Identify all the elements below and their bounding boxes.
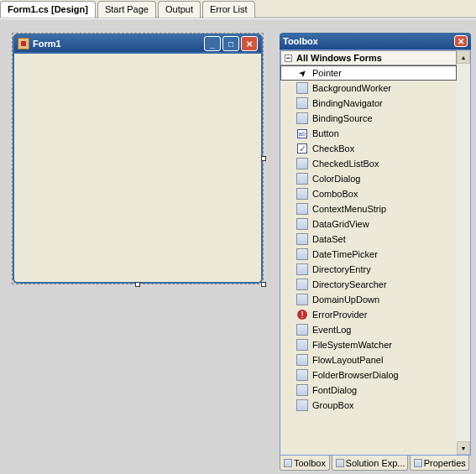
toolbox-titlebar[interactable]: Toolbox ✕ bbox=[280, 33, 471, 49]
checkedlistbox-icon bbox=[296, 157, 309, 170]
minimize-button[interactable]: _ bbox=[204, 36, 221, 51]
contextmenustrip-icon bbox=[296, 202, 309, 216]
colordialog-icon bbox=[296, 172, 309, 185]
eventlog-icon bbox=[296, 323, 309, 336]
panel-tab-label: Toolbox bbox=[294, 458, 326, 468]
solution-explorer-icon bbox=[336, 458, 344, 468]
bindingsource-icon bbox=[296, 112, 309, 125]
form-icon bbox=[18, 38, 29, 49]
backgroundworker-icon bbox=[296, 81, 309, 95]
document-tab[interactable]: Form1.cs [Design] bbox=[0, 1, 96, 18]
toolbox-item[interactable]: FileSystemWatcher bbox=[280, 337, 457, 352]
dataset-icon bbox=[296, 232, 309, 246]
toolbox-scrollbar[interactable]: ▴ ▾ bbox=[457, 50, 470, 455]
toolbox-item[interactable]: FlowLayoutPanel bbox=[280, 352, 457, 367]
scroll-down-icon[interactable]: ▾ bbox=[457, 441, 470, 455]
toolbox-item-label: ColorDialog bbox=[312, 174, 360, 184]
panel-tab-label: Solution Exp... bbox=[346, 458, 405, 468]
toolbox-item[interactable]: GroupBox bbox=[280, 398, 457, 413]
toolbox-item[interactable]: CheckedListBox bbox=[280, 156, 457, 171]
panel-tab[interactable]: Toolbox bbox=[280, 456, 330, 471]
panel-tab[interactable]: Properties bbox=[410, 456, 469, 471]
properties-icon bbox=[414, 458, 422, 468]
toolbox-item-label: DataSet bbox=[312, 234, 346, 244]
toolbox-item-label: DateTimePicker bbox=[312, 249, 378, 259]
toolbox-item-label: FolderBrowserDialog bbox=[312, 370, 399, 380]
toolbox-item[interactable]: EventLog bbox=[280, 322, 457, 337]
scroll-track[interactable] bbox=[457, 64, 470, 441]
datagridview-icon bbox=[296, 217, 309, 231]
toolbox-category[interactable]: − All Windows Forms bbox=[280, 50, 457, 65]
toolbox-item[interactable]: BindingNavigator bbox=[280, 96, 457, 111]
resize-handle-right[interactable] bbox=[261, 156, 266, 161]
resize-handle-bottom[interactable] bbox=[135, 282, 140, 287]
maximize-button[interactable]: □ bbox=[222, 36, 239, 51]
toolbox-item-label: EventLog bbox=[312, 325, 351, 335]
toolbox-item-label: FlowLayoutPanel bbox=[312, 355, 383, 365]
toolbox-item-label: FontDialog bbox=[312, 385, 357, 395]
form-designer[interactable]: Form1 _ □ ✕ bbox=[12, 33, 264, 284]
toolbox-item[interactable]: ComboBox bbox=[280, 186, 457, 201]
directorysearcher-icon bbox=[296, 278, 309, 291]
document-tab[interactable]: Error List bbox=[202, 1, 255, 18]
toolbox-item[interactable]: DataGridView bbox=[280, 216, 457, 232]
toolbox-item-label: ErrorProvider bbox=[312, 310, 367, 320]
toolbox-item-label: BackgroundWorker bbox=[312, 83, 391, 93]
errorprovider-icon: ! bbox=[296, 308, 309, 321]
form-client-area[interactable] bbox=[13, 54, 263, 284]
toolbox-item[interactable]: DomainUpDown bbox=[280, 292, 457, 307]
toolbox-item-label: BindingSource bbox=[312, 113, 373, 123]
toolbox-item[interactable]: abButton bbox=[280, 126, 457, 141]
toolbox-item[interactable]: ✓CheckBox bbox=[280, 141, 457, 156]
toolbox-item-label: Button bbox=[312, 128, 339, 138]
pointer-icon: ➤ bbox=[293, 64, 312, 83]
scroll-up-icon[interactable]: ▴ bbox=[457, 50, 470, 64]
toolbox-item-label: Pointer bbox=[312, 68, 342, 78]
panel-tab-label: Properties bbox=[424, 458, 466, 468]
toolbox-close-icon[interactable]: ✕ bbox=[454, 35, 468, 47]
toolbox-item[interactable]: BindingSource bbox=[280, 111, 457, 126]
toolbox-item[interactable]: ContextMenuStrip bbox=[280, 201, 457, 216]
toolbox-item-label: CheckBox bbox=[312, 143, 354, 154]
close-button[interactable]: ✕ bbox=[241, 36, 258, 51]
collapse-icon[interactable]: − bbox=[285, 55, 292, 62]
datetimepicker-icon bbox=[296, 247, 309, 261]
combobox-icon bbox=[296, 187, 309, 201]
toolbox-item[interactable]: ColorDialog bbox=[280, 171, 457, 186]
toolbox-item[interactable]: FolderBrowserDialog bbox=[280, 367, 457, 383]
toolbox-item[interactable]: DataSet bbox=[280, 232, 457, 247]
directoryentry-icon bbox=[296, 263, 309, 276]
document-tab[interactable]: Output bbox=[158, 1, 201, 18]
toolbox-item-label: DirectorySearcher bbox=[312, 279, 387, 289]
panel-tab[interactable]: Solution Exp... bbox=[332, 456, 408, 471]
toolbox-panel: Toolbox ✕ − All Windows Forms ➤PointerBa… bbox=[280, 33, 471, 456]
groupbox-icon bbox=[296, 398, 309, 412]
toolbox-item[interactable]: DateTimePicker bbox=[280, 247, 457, 262]
fontdialog-icon bbox=[296, 383, 309, 397]
toolbox-item-label: CheckedListBox bbox=[312, 159, 379, 169]
toolbox-category-label: All Windows Forms bbox=[296, 53, 382, 63]
toolbox-item-label: FileSystemWatcher bbox=[312, 340, 392, 350]
form-titlebar[interactable]: Form1 _ □ ✕ bbox=[13, 34, 263, 54]
panel-tabs: ToolboxSolution Exp...Properties bbox=[280, 456, 471, 471]
toolbox-item[interactable]: DirectoryEntry bbox=[280, 262, 457, 277]
document-tab[interactable]: Start Page bbox=[97, 1, 156, 18]
button-icon: ab bbox=[296, 127, 309, 140]
toolbox-item[interactable]: DirectorySearcher bbox=[280, 277, 457, 292]
toolbox-item-label: DomainUpDown bbox=[312, 294, 379, 305]
toolbox-item[interactable]: ➤Pointer bbox=[280, 65, 457, 81]
form-title: Form1 bbox=[33, 39, 202, 49]
checkbox-icon: ✓ bbox=[296, 142, 309, 155]
toolbox-item-label: ContextMenuStrip bbox=[312, 204, 386, 214]
filesystemwatcher-icon bbox=[296, 338, 309, 352]
folderbrowserdialog-icon bbox=[296, 368, 309, 382]
design-surface: Form1 _ □ ✕ Toolbox ✕ − All Windows Form… bbox=[0, 18, 476, 474]
toolbox-item[interactable]: FontDialog bbox=[280, 383, 457, 398]
resize-handle-corner[interactable] bbox=[261, 282, 266, 287]
toolbox-item-label: BindingNavigator bbox=[312, 98, 383, 108]
toolbox-item[interactable]: !ErrorProvider bbox=[280, 307, 457, 322]
flowlayoutpanel-icon bbox=[296, 353, 309, 367]
toolbox-item-label: DataGridView bbox=[312, 219, 369, 229]
bindingnavigator-icon bbox=[296, 96, 309, 110]
toolbox-item[interactable]: BackgroundWorker bbox=[280, 81, 457, 96]
